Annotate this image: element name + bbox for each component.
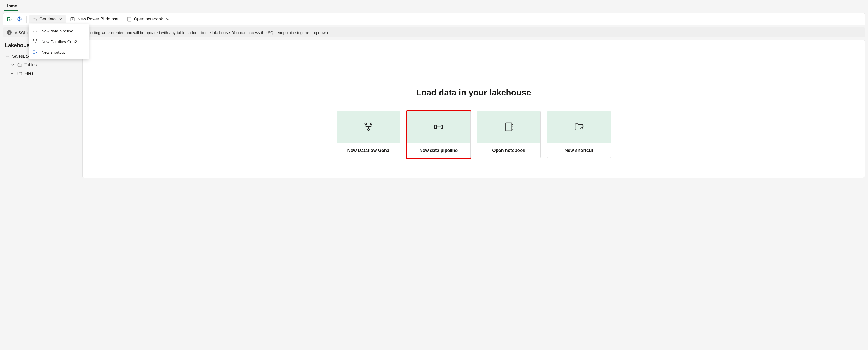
- canvas-heading: Load data in your lakehouse: [91, 88, 857, 97]
- gear-icon: [17, 17, 22, 22]
- card-label: New Dataflow Gen2: [337, 143, 400, 158]
- menu-item-label: New data pipeline: [41, 29, 73, 33]
- svg-point-14: [370, 123, 372, 125]
- menu-item-new-data-pipeline[interactable]: New data pipeline: [29, 26, 89, 36]
- svg-rect-2: [71, 17, 74, 21]
- svg-point-15: [367, 128, 369, 130]
- card-label: New data pipeline: [407, 143, 470, 158]
- notebook-icon: [503, 121, 514, 133]
- refresh-button[interactable]: [5, 15, 13, 23]
- tree-item-tables[interactable]: Tables: [4, 61, 79, 69]
- notebook-icon: [127, 17, 132, 22]
- svg-rect-8: [33, 30, 34, 32]
- refresh-icon: [7, 17, 12, 22]
- svg-point-10: [33, 40, 34, 40]
- settings-button[interactable]: [15, 15, 24, 23]
- card-label: New shortcut: [547, 143, 611, 158]
- shortcut-folder-icon: [32, 50, 38, 55]
- svg-rect-9: [36, 30, 37, 32]
- menu-item-new-shortcut[interactable]: New shortcut: [29, 47, 89, 57]
- svg-point-1: [33, 17, 36, 18]
- card-new-data-pipeline[interactable]: New data pipeline: [407, 111, 470, 158]
- svg-point-4: [72, 19, 73, 19]
- get-data-menu: New data pipeline New Dataflow Gen2 New …: [29, 24, 89, 59]
- shortcut-folder-icon: [574, 121, 584, 133]
- get-data-label: Get data: [39, 17, 56, 22]
- menu-item-label: New Dataflow Gen2: [41, 39, 77, 44]
- svg-point-0: [19, 19, 20, 20]
- card-new-dataflow-gen2[interactable]: New Dataflow Gen2: [337, 111, 400, 158]
- chevron-down-icon: [9, 71, 15, 76]
- svg-point-3: [72, 19, 72, 19]
- svg-rect-17: [441, 125, 443, 128]
- tab-bar: Home: [0, 0, 868, 11]
- get-data-button[interactable]: Get data: [29, 15, 66, 23]
- database-import-icon: [32, 17, 37, 22]
- menu-item-new-dataflow-gen2[interactable]: New Dataflow Gen2: [29, 36, 89, 47]
- chevron-down-icon: [165, 17, 170, 22]
- svg-point-12: [35, 42, 35, 43]
- folder-icon: [17, 71, 22, 76]
- open-notebook-label: Open notebook: [134, 17, 163, 22]
- toolbar-separator: [26, 16, 27, 23]
- chevron-down-icon: [5, 54, 10, 59]
- open-notebook-button[interactable]: Open notebook: [124, 15, 173, 23]
- info-icon: i: [7, 30, 12, 35]
- dataflow-icon: [32, 39, 38, 44]
- chevron-down-icon: [58, 17, 63, 22]
- tree-item-label: Tables: [25, 62, 37, 67]
- svg-rect-18: [506, 123, 512, 131]
- dataflow-icon: [363, 121, 374, 133]
- tab-home[interactable]: Home: [4, 2, 18, 11]
- tree-item-files[interactable]: Files: [4, 69, 79, 78]
- pipeline-icon: [433, 121, 444, 133]
- svg-point-6: [72, 20, 73, 20]
- card-new-shortcut[interactable]: New shortcut: [547, 111, 611, 158]
- svg-point-5: [72, 20, 72, 20]
- info-banner: i A SQL endpoint and default dataset for…: [3, 27, 865, 37]
- dataset-icon: [70, 17, 75, 22]
- chevron-down-icon: [9, 62, 15, 67]
- pipeline-icon: [32, 28, 38, 33]
- new-pbi-dataset-label: New Power BI dataset: [78, 17, 119, 22]
- menu-item-label: New shortcut: [41, 50, 65, 55]
- lakehouse-canvas: Load data in your lakehouse New Dataflow…: [83, 40, 865, 178]
- card-label: Open notebook: [477, 143, 540, 158]
- svg-rect-16: [435, 125, 436, 128]
- svg-rect-7: [128, 17, 131, 21]
- toolbar: Get data New Power BI dataset Open noteb…: [3, 13, 865, 25]
- card-open-notebook[interactable]: Open notebook: [477, 111, 541, 158]
- svg-point-11: [36, 40, 37, 40]
- folder-icon: [17, 62, 22, 67]
- tree-item-label: Files: [25, 71, 33, 76]
- new-pbi-dataset-button[interactable]: New Power BI dataset: [67, 15, 122, 23]
- svg-point-13: [365, 123, 367, 125]
